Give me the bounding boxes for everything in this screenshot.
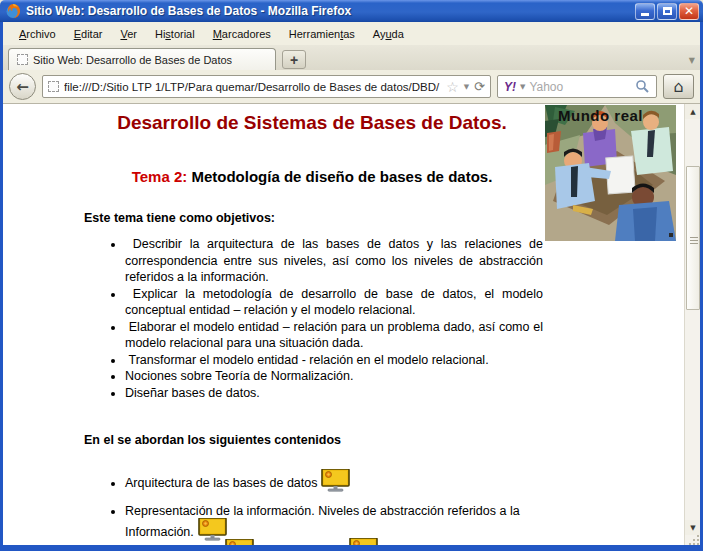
menu-ayuda[interactable]: Ayuda — [365, 25, 412, 43]
mundo-real-image: Mundo real — [545, 105, 676, 241]
home-icon: ⌂ — [673, 77, 683, 96]
bookmark-star-icon[interactable]: ☆ — [446, 80, 459, 94]
menu-historial[interactable]: Historial — [147, 25, 203, 43]
yahoo-logo-icon[interactable]: Y! — [504, 80, 516, 94]
tema-label: Tema 2: — [132, 168, 188, 185]
contents-list: Arquitectura de las bases de datos Repre… — [81, 469, 543, 545]
monitor-icon-partial — [345, 538, 379, 545]
page-title: Desarrollo de Sistemas de Bases de Datos… — [81, 112, 543, 134]
url-bar[interactable]: file:///D:/Sitio LTP 1/LTP/Para quemar/D… — [42, 75, 491, 98]
minimize-icon — [641, 13, 649, 16]
menu-editar[interactable]: Editar — [66, 25, 111, 43]
list-all-tabs-icon[interactable]: ▼ — [689, 56, 695, 65]
close-icon: ✕ — [684, 5, 694, 17]
menu-bar: ArchivoEditarVerHistorialMarcadoresHerra… — [3, 22, 700, 45]
menu-herramientas[interactable]: Herramientas — [281, 25, 363, 43]
minimize-button[interactable] — [635, 3, 655, 20]
tema-heading: Tema 2: Metodología de diseño de bases d… — [81, 168, 543, 185]
vertical-scrollbar[interactable]: ▲ ▼ — [684, 104, 700, 545]
new-tab-button[interactable]: + — [282, 50, 306, 69]
image-caption: Mundo real — [558, 107, 643, 124]
menu-archivo[interactable]: Archivo — [11, 25, 64, 43]
objectives-list: Describir la arquitectura de las bases d… — [81, 236, 543, 401]
objectives-intro: Este tema tiene como objetivos: — [81, 211, 543, 225]
scroll-up-icon: ▲ — [690, 108, 695, 116]
navigation-toolbar: ← file:///D:/Sitio LTP 1/LTP/Para quemar… — [3, 70, 700, 104]
back-arrow-icon: ← — [16, 78, 29, 96]
content-item: Modelo de datos. — [125, 539, 543, 545]
objective-item: Transformar el modelo entidad - relación… — [125, 352, 543, 369]
objective-item: Elaborar el modelo entidad – relación pa… — [125, 319, 543, 352]
tab-label: Sitio Web: Desarrollo de Bases de Datos — [33, 54, 232, 66]
window-title: Sitio Web: Desarrollo de Bases de Datos … — [26, 4, 635, 18]
search-magnifier-icon[interactable] — [635, 79, 650, 94]
scrollbar-grip-icon — [690, 237, 698, 246]
tab-favicon-placeholder-icon — [17, 54, 28, 65]
scroll-down-icon: ▼ — [690, 524, 695, 532]
scrollbar-thumb[interactable] — [686, 166, 700, 310]
content-item: Arquitectura de las bases de datos — [125, 469, 543, 493]
reload-icon[interactable]: ⟳ — [474, 80, 485, 93]
search-placeholder[interactable]: Yahoo — [529, 80, 631, 94]
firefox-icon — [5, 3, 21, 19]
maximize-button[interactable] — [657, 3, 677, 20]
menu-marcadores[interactable]: Marcadores — [205, 25, 279, 43]
search-engine-dropdown-icon[interactable]: ▼ — [520, 83, 525, 91]
objective-item: Diseñar bases de datos. — [125, 385, 543, 402]
home-button[interactable]: ⌂ — [663, 74, 694, 99]
url-text[interactable]: file:///D:/Sitio LTP 1/LTP/Para quemar/D… — [64, 81, 441, 93]
scroll-up-button[interactable]: ▲ — [685, 104, 700, 119]
firefox-window: Sitio Web: Desarrollo de Bases de Datos … — [0, 0, 703, 551]
meeting-clipart — [545, 105, 676, 241]
page-favicon-placeholder-icon — [48, 81, 59, 92]
content-item: Representación de la información. Nivele… — [125, 504, 543, 528]
maximize-icon — [663, 7, 672, 15]
objective-item: Describir la arquitectura de las bases d… — [125, 236, 543, 286]
back-button[interactable]: ← — [9, 73, 36, 100]
url-dropdown-icon[interactable]: ▼ — [464, 83, 469, 91]
plus-icon: + — [290, 52, 298, 68]
monitor-icon[interactable] — [225, 539, 255, 545]
close-button[interactable]: ✕ — [679, 3, 699, 20]
text-column: Desarrollo de Sistemas de Bases de Datos… — [81, 108, 543, 545]
tab-active[interactable]: Sitio Web: Desarrollo de Bases de Datos — [8, 48, 276, 70]
objective-item: Nociones sobre Teoría de Normalización. — [125, 368, 543, 385]
contents-intro: En el se abordan los siguientes contenid… — [81, 433, 543, 447]
window-body: ArchivoEditarVerHistorialMarcadoresHerra… — [0, 22, 703, 551]
tema-text: Metodología de diseño de bases de datos. — [187, 168, 492, 185]
menu-ver[interactable]: Ver — [112, 25, 145, 43]
tab-bar: Sitio Web: Desarrollo de Bases de Datos … — [3, 45, 700, 70]
page-content: Desarrollo de Sistemas de Bases de Datos… — [3, 104, 700, 545]
monitor-icon[interactable] — [321, 469, 351, 493]
search-bar[interactable]: Y! ▼ Yahoo — [497, 75, 657, 98]
resize-grip-icon[interactable] — [686, 533, 699, 545]
title-bar[interactable]: Sitio Web: Desarrollo de Bases de Datos … — [0, 0, 703, 22]
objective-item: Explicar la metodología de desarrollo de… — [125, 286, 543, 319]
